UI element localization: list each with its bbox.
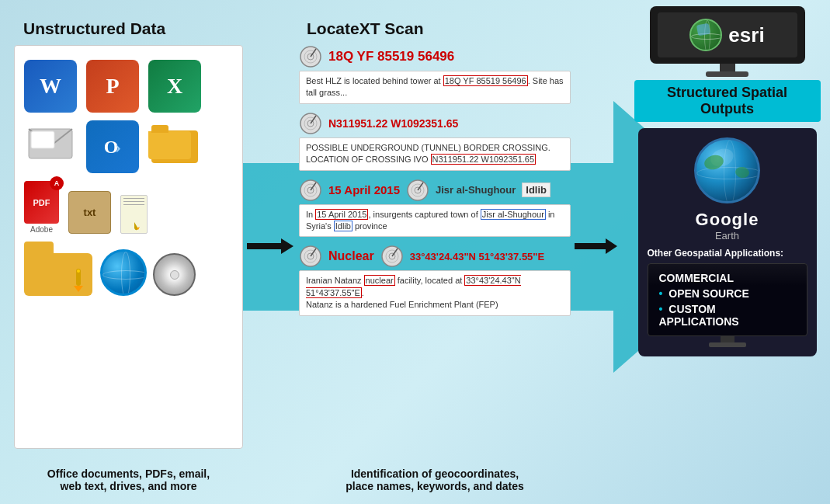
latlon-tag: N311951.22 W1092351.65 [328, 117, 458, 130]
scan-row-date-place: 15 April 2015 Jisr al-Shughour Idlib In … [299, 179, 571, 238]
txt-icon: txt [68, 191, 111, 234]
structured-title: Structured Spatial Outputs [667, 85, 787, 116]
google-label: Google [648, 210, 807, 230]
pdf-file-icon: PDF A [24, 181, 59, 224]
middle-caption: Identification of geocoordinates, place … [299, 468, 571, 492]
icons-row-3: PDF A Adobe txt [24, 181, 233, 234]
radar-icon-1 [299, 45, 322, 68]
app-list-monitor: COMMERCIAL • OPEN SOURCE • CUSTOM APPLIC… [648, 263, 807, 336]
other-apps-label: Other Geospatial Applications: [648, 248, 807, 259]
place-tag: Jisr al-Shughour [436, 184, 516, 196]
mgrs-excerpt: Best HLZ is located behind tower at 18Q … [299, 71, 571, 104]
globe-icon [100, 249, 147, 296]
svg-rect-7 [77, 269, 80, 273]
keyword-excerpt: Iranian Natanz nuclear facility, located… [299, 270, 571, 315]
scan-row-mgrs: 18Q YF 85519 56496 Best HLZ is located b… [299, 45, 571, 104]
unstructured-title-label: Unstructured Data [23, 19, 165, 38]
radar-icon-4 [299, 245, 322, 268]
scan-tag-keyword: Nuclear 33°43'24.43"N 51°43'37.55"E [299, 245, 571, 268]
svg-rect-2 [31, 131, 54, 148]
mgrs-tag: 18Q YF 85519 56496 [328, 49, 454, 64]
left-caption-line1: Office documents, PDFs, email, [14, 468, 243, 480]
esri-stand [720, 64, 735, 71]
left-caption: Office documents, PDFs, email, web text,… [14, 468, 243, 492]
svg-marker-6 [74, 286, 83, 292]
structured-outputs-label: Structured Spatial Outputs [634, 80, 821, 122]
middle-caption-line2: place names, keywords, and dates [299, 480, 571, 492]
unstructured-title: Unstructured Data [23, 19, 165, 37]
app-custom: • CUSTOM APPLICATIONS [659, 303, 796, 328]
left-to-middle-arrow [247, 237, 293, 259]
pdf-icon-group: PDF A Adobe [24, 181, 59, 234]
bottom-icons-row [24, 242, 233, 296]
document-icon [120, 195, 148, 234]
word-icon: W [24, 60, 77, 113]
date-place-excerpt: In 15 April 2015, insurgents captured to… [299, 204, 571, 238]
scan-row-keyword: Nuclear 33°43'24.43"N 51°43'37.55"E Iran… [299, 245, 571, 315]
unstructured-doc-panel: W P X O › [14, 45, 243, 449]
middle-to-right-arrow [575, 237, 617, 259]
esri-label: esri [728, 23, 764, 47]
folder-icon [148, 120, 201, 163]
svg-marker-8 [247, 238, 293, 254]
date-tag: 15 April 2015 [328, 183, 400, 196]
email-icon [24, 120, 77, 163]
big-folder-icon [24, 242, 94, 296]
scan-tag-date-place: 15 April 2015 Jisr al-Shughour Idlib [299, 179, 571, 202]
google-earth-sphere [694, 137, 760, 203]
esri-base [706, 71, 748, 77]
radar-icon-2 [299, 112, 322, 135]
google-earth-panel: Google Earth Other Geospatial Applicatio… [638, 128, 817, 356]
radar-icon-3b [406, 179, 429, 202]
right-panel: esri Structured Spatial Outputs Google E… [628, 6, 826, 361]
outlook-icon: O › [86, 120, 139, 173]
latlon-excerpt: POSSIBLE UNDERGROUND (TUNNEL) BORDER CRO… [299, 137, 571, 171]
svg-marker-33 [575, 238, 617, 254]
esri-globe-icon [689, 19, 722, 51]
esri-monitor: esri [650, 6, 805, 77]
esri-screen: esri [658, 12, 797, 57]
radar-icon-4b [380, 245, 404, 268]
region-tag: Idlib [522, 182, 550, 197]
esri-monitor-body: esri [650, 6, 805, 64]
coord-tag: 33°43'24.43"N 51°43'37.55"E [410, 251, 544, 262]
left-caption-line2: web text, drives, and more [14, 480, 243, 492]
scan-tag-latlon: N311951.22 W1092351.65 [299, 112, 571, 135]
excel-icon: X [148, 60, 201, 113]
locatxt-title-label: LocateXT Scan [307, 19, 424, 38]
app-monitor-base [709, 342, 746, 347]
nuclear-tag: Nuclear [328, 249, 374, 263]
scan-tag-mgrs: 18Q YF 85519 56496 [299, 45, 571, 68]
powerpoint-icon: P [86, 60, 139, 113]
app-commercial: COMMERCIAL [659, 272, 796, 284]
app-opensource: • OPEN SOURCE [659, 287, 796, 300]
scan-row-latlon: N311951.22 W1092351.65 POSSIBLE UNDERGRO… [299, 112, 571, 171]
icons-row-2: O › [24, 120, 233, 173]
app-monitor-stand [721, 336, 734, 342]
locatxt-title: LocateXT Scan [307, 19, 424, 37]
radar-icon-3 [299, 179, 322, 202]
scan-results-panel: 18Q YF 85519 56496 Best HLZ is located b… [299, 45, 571, 324]
earth-label: Earth [648, 230, 807, 242]
disc-icon [153, 253, 196, 296]
icons-row-1: W P X [24, 60, 233, 113]
middle-caption-line1: Identification of geocoordinates, [299, 468, 571, 480]
